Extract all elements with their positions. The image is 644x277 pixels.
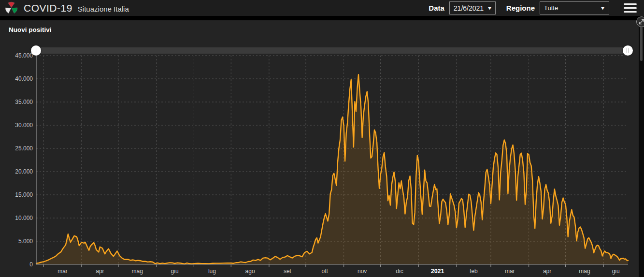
menu-button[interactable] — [624, 3, 637, 13]
y-axis-label: 45.000 — [15, 52, 33, 59]
hamburger-icon — [624, 3, 637, 5]
caret-down-icon: ▼ — [487, 6, 493, 11]
scrollbar-thumb[interactable] — [640, 21, 643, 61]
expand-icon — [637, 16, 644, 27]
caret-down-icon: ▼ — [600, 6, 606, 11]
x-axis-label: mar — [505, 268, 515, 275]
y-axis-label: 0 — [29, 261, 33, 268]
protezione-civile-logo-icon — [5, 1, 18, 15]
app-header: COVID-19 Situazione Italia Data 21/6/202… — [0, 0, 644, 16]
x-axis-label: giu — [612, 268, 620, 275]
app-title: COVID-19 — [24, 2, 72, 14]
data-label: Data — [429, 4, 444, 12]
regione-label: Regione — [506, 4, 535, 12]
date-select[interactable]: 21/6/2021 ▼ — [449, 1, 496, 15]
expand-button[interactable] — [636, 16, 644, 27]
x-axis-label: set — [284, 268, 292, 275]
x-axis-label: ott — [322, 268, 329, 275]
grip-icon — [627, 48, 629, 53]
scrollbar-track[interactable] — [639, 20, 644, 277]
y-axis-label: 40.000 — [15, 75, 33, 82]
range-slider-left-handle[interactable] — [31, 45, 41, 56]
y-axis-label: 5.000 — [18, 238, 33, 245]
x-axis-label: 2021 — [431, 268, 444, 275]
y-axis-label: 20.000 — [15, 168, 33, 175]
app-subtitle: Situazione Italia — [78, 3, 129, 13]
y-axis-label: 25.000 — [15, 145, 33, 152]
region-select[interactable]: Tutte ▼ — [540, 1, 609, 15]
date-select-value: 21/6/2021 — [454, 4, 484, 12]
nuovi-positivi-chart[interactable]: 05.00010.00015.00020.00025.00030.00035.0… — [0, 0, 644, 277]
x-axis-label: dic — [396, 268, 403, 275]
range-slider-track[interactable] — [36, 47, 628, 54]
range-slider-right-handle[interactable] — [623, 45, 633, 56]
x-axis-label: lug — [208, 268, 216, 275]
x-axis-label: nov — [358, 268, 367, 275]
x-axis-label: mar — [57, 268, 68, 275]
chart-title: Nuovi positivi — [9, 26, 52, 33]
region-select-value: Tutte — [544, 4, 558, 12]
x-axis-label: apr — [543, 268, 551, 275]
y-axis-label: 30.000 — [15, 122, 33, 129]
x-axis-label: mag — [579, 268, 590, 275]
x-axis-label: apr — [96, 268, 104, 275]
y-axis-label: 35.000 — [15, 99, 33, 105]
x-axis-label: feb — [470, 268, 478, 275]
y-axis-label: 15.000 — [15, 191, 33, 198]
x-axis-label: mag — [132, 268, 143, 275]
grip-icon — [35, 48, 37, 53]
y-axis-label: 10.000 — [15, 215, 33, 221]
x-axis-label: ago — [245, 268, 255, 275]
area-fill — [36, 74, 628, 264]
x-axis-label: giu — [171, 268, 179, 275]
